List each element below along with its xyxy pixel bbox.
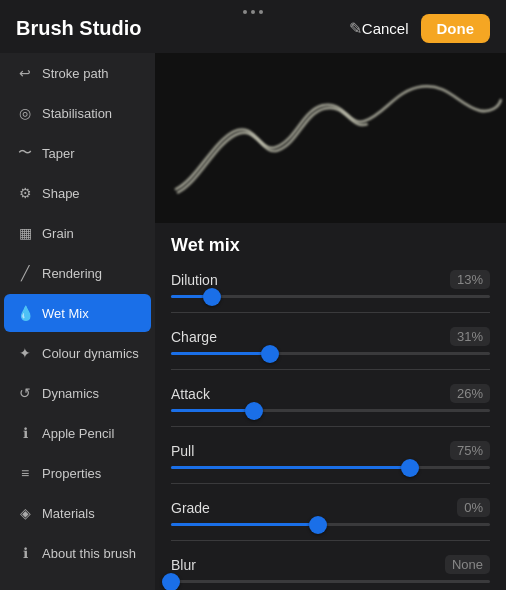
slider-thumb-dilution[interactable] (203, 288, 221, 306)
sidebar-label-shape: Shape (42, 186, 80, 201)
sidebar-item-taper[interactable]: 〜Taper (4, 134, 151, 172)
cancel-button[interactable]: Cancel (362, 20, 409, 37)
slider-row-pull: Pull75% (171, 441, 490, 469)
sidebar-label-stabilisation: Stabilisation (42, 106, 112, 121)
sidebar-icon-apple-pencil: ℹ (16, 424, 34, 442)
sidebar-item-stabilisation[interactable]: ◎Stabilisation (4, 94, 151, 132)
sidebar-label-rendering: Rendering (42, 266, 102, 281)
sidebar-label-wet-mix: Wet Mix (42, 306, 89, 321)
sidebar-icon-wet-mix: 💧 (16, 304, 34, 322)
sidebar-item-about[interactable]: ℹAbout this brush (4, 534, 151, 572)
main-layout: ↩Stroke path◎Stabilisation〜Taper⚙Shape▦G… (0, 53, 506, 590)
slider-value-charge: 31% (450, 327, 490, 346)
sidebar-icon-shape: ⚙ (16, 184, 34, 202)
slider-value-attack: 26% (450, 384, 490, 403)
controls-area: Wet mix Dilution13%Charge31%Attack26%Pul… (155, 223, 506, 590)
sidebar-label-colour-dynamics: Colour dynamics (42, 346, 139, 361)
slider-value-dilution: 13% (450, 270, 490, 289)
slider-header-attack: Attack26% (171, 384, 490, 403)
sidebar-item-colour-dynamics[interactable]: ✦Colour dynamics (4, 334, 151, 372)
slider-row-blur: BlurNone (171, 555, 490, 583)
sidebar-label-properties: Properties (42, 466, 101, 481)
slider-label-pull: Pull (171, 443, 194, 459)
sidebar-item-grain[interactable]: ▦Grain (4, 214, 151, 252)
divider-1 (171, 369, 490, 370)
slider-header-dilution: Dilution13% (171, 270, 490, 289)
sidebar-item-dynamics[interactable]: ↺Dynamics (4, 374, 151, 412)
sidebar-item-shape[interactable]: ⚙Shape (4, 174, 151, 212)
sidebar-item-properties[interactable]: ≡Properties (4, 454, 151, 492)
divider-0 (171, 312, 490, 313)
slider-label-dilution: Dilution (171, 272, 218, 288)
sidebar-label-dynamics: Dynamics (42, 386, 99, 401)
sidebar-icon-colour-dynamics: ✦ (16, 344, 34, 362)
header: Brush Studio ✎ Cancel Done (0, 0, 506, 53)
done-button[interactable]: Done (421, 14, 491, 43)
slider-header-grade: Grade0% (171, 498, 490, 517)
slider-header-charge: Charge31% (171, 327, 490, 346)
sidebar-icon-properties: ≡ (16, 464, 34, 482)
header-dots (243, 10, 263, 14)
slider-track-pull[interactable] (171, 466, 490, 469)
app-title: Brush Studio (16, 17, 337, 40)
slider-header-pull: Pull75% (171, 441, 490, 460)
sidebar-icon-taper: 〜 (16, 144, 34, 162)
sidebar-icon-about: ℹ (16, 544, 34, 562)
slider-thumb-blur[interactable] (162, 573, 180, 591)
sidebar-label-about: About this brush (42, 546, 136, 561)
divider-3 (171, 483, 490, 484)
sidebar-label-apple-pencil: Apple Pencil (42, 426, 114, 441)
slider-track-grade[interactable] (171, 523, 490, 526)
brush-stroke-svg (155, 53, 506, 223)
slider-fill-charge (171, 352, 270, 355)
slider-thumb-grade[interactable] (309, 516, 327, 534)
slider-value-pull: 75% (450, 441, 490, 460)
slider-label-blur: Blur (171, 557, 196, 573)
edit-icon[interactable]: ✎ (349, 19, 362, 38)
sidebar-label-grain: Grain (42, 226, 74, 241)
slider-track-blur[interactable] (171, 580, 490, 583)
sidebar-label-materials: Materials (42, 506, 95, 521)
sidebar-item-apple-pencil[interactable]: ℹApple Pencil (4, 414, 151, 452)
header-actions: Cancel Done (362, 14, 490, 43)
content-area: Wet mix Dilution13%Charge31%Attack26%Pul… (155, 53, 506, 590)
slider-label-charge: Charge (171, 329, 217, 345)
slider-row-attack: Attack26% (171, 384, 490, 412)
slider-label-grade: Grade (171, 500, 210, 516)
sidebar-icon-dynamics: ↺ (16, 384, 34, 402)
slider-value-blur: None (445, 555, 490, 574)
slider-row-grade: Grade0% (171, 498, 490, 526)
sidebar-item-wet-mix[interactable]: 💧Wet Mix (4, 294, 151, 332)
sliders-container: Dilution13%Charge31%Attack26%Pull75%Grad… (171, 270, 490, 590)
slider-label-attack: Attack (171, 386, 210, 402)
sidebar-icon-stroke-path: ↩ (16, 64, 34, 82)
sidebar-icon-stabilisation: ◎ (16, 104, 34, 122)
divider-2 (171, 426, 490, 427)
slider-fill-attack (171, 409, 254, 412)
slider-track-attack[interactable] (171, 409, 490, 412)
slider-row-dilution: Dilution13% (171, 270, 490, 298)
sidebar-label-stroke-path: Stroke path (42, 66, 109, 81)
sidebar-item-rendering[interactable]: ╱Rendering (4, 254, 151, 292)
slider-thumb-charge[interactable] (261, 345, 279, 363)
slider-thumb-attack[interactable] (245, 402, 263, 420)
slider-track-charge[interactable] (171, 352, 490, 355)
sidebar: ↩Stroke path◎Stabilisation〜Taper⚙Shape▦G… (0, 53, 155, 590)
slider-fill-pull (171, 466, 410, 469)
section-title: Wet mix (171, 235, 490, 256)
sidebar-item-materials[interactable]: ◈Materials (4, 494, 151, 532)
slider-header-blur: BlurNone (171, 555, 490, 574)
sidebar-icon-rendering: ╱ (16, 264, 34, 282)
slider-thumb-pull[interactable] (401, 459, 419, 477)
sidebar-icon-materials: ◈ (16, 504, 34, 522)
slider-fill-grade (171, 523, 318, 526)
slider-row-charge: Charge31% (171, 327, 490, 355)
divider-4 (171, 540, 490, 541)
sidebar-icon-grain: ▦ (16, 224, 34, 242)
slider-track-dilution[interactable] (171, 295, 490, 298)
slider-value-grade: 0% (457, 498, 490, 517)
sidebar-item-stroke-path[interactable]: ↩Stroke path (4, 54, 151, 92)
sidebar-label-taper: Taper (42, 146, 75, 161)
brush-preview (155, 53, 506, 223)
